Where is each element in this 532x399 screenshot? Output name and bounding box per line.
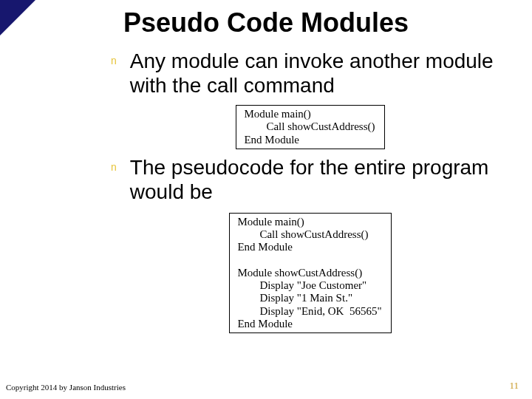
bullet-item: n The pseudocode for the entire program … xyxy=(111,155,510,204)
page-title: Pseudo Code Modules xyxy=(0,0,532,43)
corner-accent xyxy=(0,0,35,35)
code-box-wrapper: Module main() Call showCustAddress() End… xyxy=(111,105,510,149)
bullet-icon: n xyxy=(111,161,117,173)
copyright-text: Copyright 2014 by Janson Industries xyxy=(6,383,126,392)
code-box-2: Module main() Call showCustAddress() End… xyxy=(229,213,391,333)
slide-body: n Any module can invoke another module w… xyxy=(0,49,532,333)
slide-number: 11 xyxy=(509,380,519,392)
bullet-text: The pseudocode for the entire program wo… xyxy=(130,155,510,204)
bullet-item: n Any module can invoke another module w… xyxy=(111,49,510,98)
bullet-icon: n xyxy=(111,55,117,66)
bullet-text: Any module can invoke another module wit… xyxy=(130,49,510,98)
code-box-1: Module main() Call showCustAddress() End… xyxy=(236,105,384,149)
footer: Copyright 2014 by Janson Industries 11 xyxy=(0,380,532,392)
code-box-wrapper: Module main() Call showCustAddress() End… xyxy=(111,213,510,333)
